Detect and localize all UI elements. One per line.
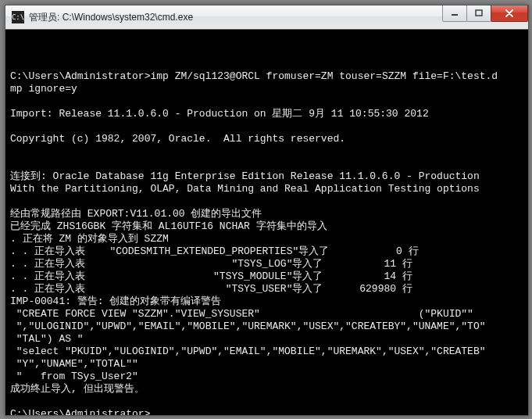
terminal-line bbox=[10, 145, 523, 158]
titlebar[interactable]: C:\ 管理员: C:\Windows\system32\cmd.exe bbox=[5, 5, 528, 30]
window-title: 管理员: C:\Windows\system32\cmd.exe bbox=[29, 11, 193, 24]
terminal-line: 连接到: Oracle Database 11g Enterprise Edit… bbox=[10, 170, 523, 183]
terminal-line bbox=[10, 158, 523, 170]
maximize-icon bbox=[475, 9, 483, 17]
terminal-line: With the Partitioning, OLAP, Data Mining… bbox=[10, 183, 523, 195]
terminal-line: "TAL") AS " bbox=[10, 333, 523, 346]
terminal-line: . . 正在导入表 "TSYS_USER"导入了 629980 行 bbox=[10, 283, 523, 295]
terminal-line: IMP-00041: 警告: 创建的对象带有编译警告 bbox=[10, 295, 523, 308]
minimize-button[interactable] bbox=[442, 5, 467, 22]
terminal-line: "CREATE FORCE VIEW "SZZM"."VIEW_SYSUSER"… bbox=[10, 308, 523, 321]
terminal-line: 经由常规路径由 EXPORT:V11.01.00 创建的导出文件 bbox=[10, 208, 523, 220]
terminal-area[interactable]: C:\Users\Administrator>imp ZM/sql123@ORC… bbox=[5, 30, 528, 415]
terminal-output: C:\Users\Administrator>imp ZM/sql123@ORC… bbox=[10, 58, 523, 415]
terminal-line: 已经完成 ZHS16GBK 字符集和 AL16UTF16 NCHAR 字符集中的… bbox=[10, 220, 523, 233]
terminal-line: Import: Release 11.1.0.6.0 - Production … bbox=[10, 108, 523, 120]
terminal-line: Copyright (c) 1982, 2007, Oracle. All ri… bbox=[10, 133, 523, 145]
terminal-line: 成功终止导入, 但出现警告。 bbox=[10, 383, 523, 396]
terminal-line: C:\Users\Administrator>imp ZM/sql123@ORC… bbox=[10, 70, 523, 83]
close-button[interactable] bbox=[491, 5, 528, 22]
terminal-line: . . 正在导入表 "TSYS_MODULE"导入了 14 行 bbox=[10, 270, 523, 283]
window-buttons bbox=[443, 5, 528, 21]
terminal-line: . . 正在导入表 "CODESMITH_EXTENDED_PROPERTIES… bbox=[10, 245, 523, 258]
terminal-line: ","ULOGINID","UPWD","EMAIL","MOBILE","UR… bbox=[10, 321, 523, 333]
terminal-line bbox=[10, 95, 523, 108]
cmd-window: C:\ 管理员: C:\Windows\system32\cmd.exe C:\… bbox=[5, 5, 529, 416]
terminal-line: . 正在将 ZM 的对象导入到 SZZM bbox=[10, 233, 523, 245]
terminal-line: mp ignore=y bbox=[10, 83, 523, 95]
terminal-line: " from TSys_User2" bbox=[10, 371, 523, 383]
maximize-button[interactable] bbox=[466, 5, 491, 22]
terminal-line bbox=[10, 58, 523, 70]
svg-rect-0 bbox=[452, 14, 458, 16]
terminal-line bbox=[10, 396, 523, 408]
terminal-line: "Y","UNAME","TOTAL"" bbox=[10, 358, 523, 371]
terminal-line bbox=[10, 120, 523, 133]
svg-rect-1 bbox=[476, 10, 482, 16]
terminal-line: C:\Users\Administrator> bbox=[10, 408, 150, 415]
terminal-line bbox=[10, 195, 523, 208]
terminal-line: . . 正在导入表 "TSYS_LOG"导入了 11 行 bbox=[10, 258, 523, 270]
cmd-icon: C:\ bbox=[12, 11, 24, 23]
close-icon bbox=[505, 9, 514, 17]
terminal-line: "select "PKUID","ULOGINID","UPWD","EMAIL… bbox=[10, 346, 523, 358]
minimize-icon bbox=[451, 9, 459, 17]
